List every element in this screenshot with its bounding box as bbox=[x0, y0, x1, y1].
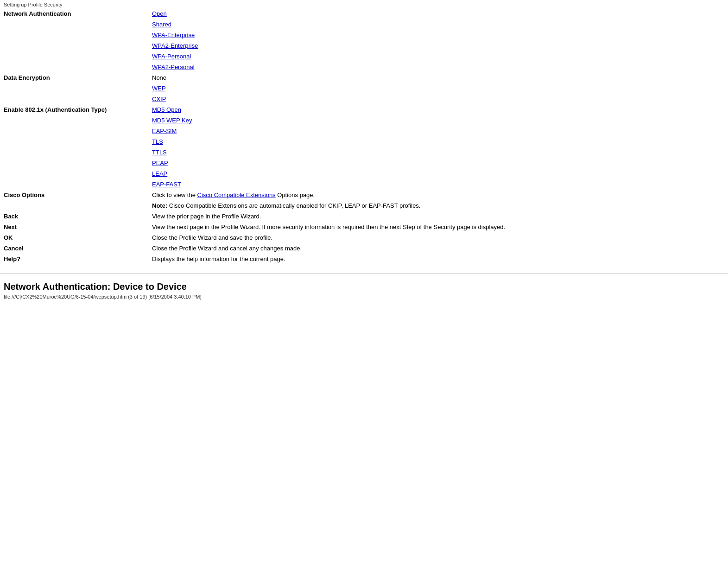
page-top-label: Setting up Profile Security bbox=[0, 0, 728, 8]
table-row: WPA2-Enterprise bbox=[0, 40, 728, 51]
table-row: EAP-SIM bbox=[0, 126, 728, 136]
row-label bbox=[0, 126, 148, 136]
row-value: View the prior page in the Profile Wizar… bbox=[148, 211, 728, 222]
row-label bbox=[0, 19, 148, 30]
row-label: Cisco Options bbox=[0, 190, 148, 200]
row-value: Close the Profile Wizard and cancel any … bbox=[148, 243, 728, 254]
row-label bbox=[0, 83, 148, 94]
auth-link-wpa2-enterprise[interactable]: WPA2-Enterprise bbox=[152, 42, 198, 49]
table-row: CXIP bbox=[0, 94, 728, 104]
table-row: LEAP bbox=[0, 168, 728, 179]
cisco-note-text: Note: Cisco Compatible Extensions are au… bbox=[148, 200, 728, 211]
row-label bbox=[0, 147, 148, 158]
auth-link-md5-wep-key[interactable]: MD5 WEP Key bbox=[152, 117, 192, 124]
row-value: Displays the help information for the cu… bbox=[148, 254, 728, 264]
section-divider bbox=[0, 274, 728, 274]
auth-link-tls[interactable]: TLS bbox=[152, 138, 163, 145]
table-row: TTLS bbox=[0, 147, 728, 158]
auth-link-open[interactable]: Open bbox=[152, 10, 167, 17]
table-row: NextView the next page in the Profile Wi… bbox=[0, 222, 728, 232]
row-label bbox=[0, 136, 148, 147]
auth-link-md5-open[interactable]: MD5 Open bbox=[152, 106, 181, 113]
row-label bbox=[0, 158, 148, 168]
table-row: WEP bbox=[0, 83, 728, 94]
row-label: Back bbox=[0, 211, 148, 222]
auth-link-leap[interactable]: LEAP bbox=[152, 170, 167, 177]
cisco-options-text: Click to view the Cisco Compatible Exten… bbox=[148, 190, 728, 200]
encryption-link-wep[interactable]: WEP bbox=[152, 85, 166, 92]
row-label: Data Encryption bbox=[0, 72, 148, 83]
row-label bbox=[0, 30, 148, 40]
bottom-url: file:///C|/CX2%20Muroc%20UG/6-15-04/weps… bbox=[0, 293, 728, 303]
table-row: TLS bbox=[0, 136, 728, 147]
row-label bbox=[0, 168, 148, 179]
table-row: Note: Cisco Compatible Extensions are au… bbox=[0, 200, 728, 211]
table-row: Enable 802.1x (Authentication Type)MD5 O… bbox=[0, 104, 728, 115]
note-bold-label: Note: bbox=[152, 202, 167, 209]
table-row: WPA2-Personal bbox=[0, 62, 728, 72]
table-row: OKClose the Profile Wizard and save the … bbox=[0, 232, 728, 243]
auth-link-wpa-enterprise[interactable]: WPA-Enterprise bbox=[152, 32, 195, 38]
row-label: Network Authentication bbox=[0, 8, 148, 19]
row-label: Next bbox=[0, 222, 148, 232]
table-row: CancelClose the Profile Wizard and cance… bbox=[0, 243, 728, 254]
row-label bbox=[0, 40, 148, 51]
row-label: Help? bbox=[0, 254, 148, 264]
row-label bbox=[0, 51, 148, 62]
encryption-link-cxip[interactable]: CXIP bbox=[152, 96, 166, 102]
auth-link-peap[interactable]: PEAP bbox=[152, 160, 168, 166]
table-row: Cisco OptionsClick to view the Cisco Com… bbox=[0, 190, 728, 200]
row-label bbox=[0, 62, 148, 72]
table-row: EAP-FAST bbox=[0, 179, 728, 190]
bottom-section-title: Network Authentication: Device to Device bbox=[0, 278, 728, 293]
row-value: Close the Profile Wizard and save the pr… bbox=[148, 232, 728, 243]
row-label bbox=[0, 94, 148, 104]
auth-link-eap-sim[interactable]: EAP-SIM bbox=[152, 128, 177, 134]
main-content-table: Network AuthenticationOpenSharedWPA-Ente… bbox=[0, 8, 728, 264]
table-row: Network AuthenticationOpen bbox=[0, 8, 728, 19]
table-row: PEAP bbox=[0, 158, 728, 168]
row-label bbox=[0, 115, 148, 126]
table-row: Help?Displays the help information for t… bbox=[0, 254, 728, 264]
row-label: OK bbox=[0, 232, 148, 243]
auth-link-shared[interactable]: Shared bbox=[152, 21, 171, 28]
table-row: Shared bbox=[0, 19, 728, 30]
cisco-compatible-extensions-link[interactable]: Cisco Compatible Extensions bbox=[197, 192, 276, 198]
table-row: WPA-Enterprise bbox=[0, 30, 728, 40]
row-label: Cancel bbox=[0, 243, 148, 254]
auth-link-wpa-personal[interactable]: WPA-Personal bbox=[152, 53, 191, 60]
table-row: MD5 WEP Key bbox=[0, 115, 728, 126]
table-row: BackView the prior page in the Profile W… bbox=[0, 211, 728, 222]
table-row: WPA-Personal bbox=[0, 51, 728, 62]
auth-link-ttls[interactable]: TTLS bbox=[152, 149, 167, 156]
auth-link-eap-fast[interactable]: EAP-FAST bbox=[152, 181, 181, 188]
row-label: Enable 802.1x (Authentication Type) bbox=[0, 104, 148, 115]
table-row: Data EncryptionNone bbox=[0, 72, 728, 83]
row-label bbox=[0, 179, 148, 190]
row-value: View the next page in the Profile Wizard… bbox=[148, 222, 728, 232]
auth-link-wpa2-personal[interactable]: WPA2-Personal bbox=[152, 64, 195, 70]
